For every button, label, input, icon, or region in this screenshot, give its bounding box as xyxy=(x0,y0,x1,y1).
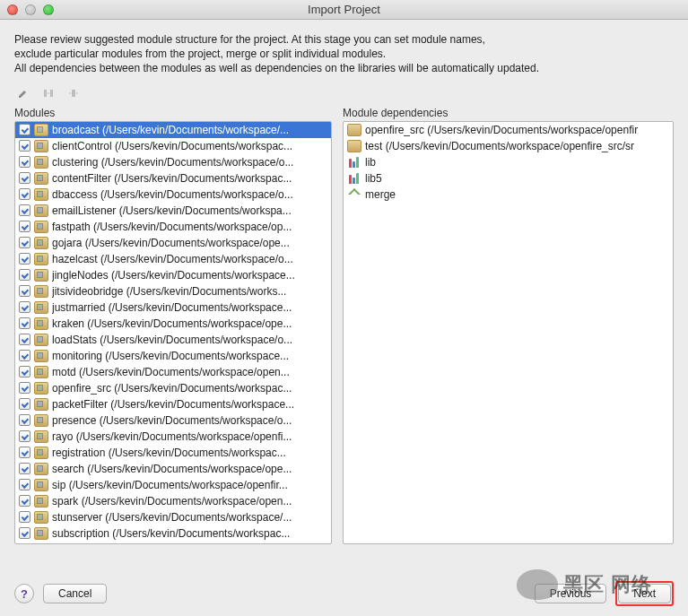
module-checkbox[interactable] xyxy=(19,156,30,168)
module-row[interactable]: stunserver (/Users/kevin/Documents/works… xyxy=(15,509,331,525)
toolbar xyxy=(0,85,688,107)
next-button[interactable]: Next xyxy=(618,584,671,603)
merge-icon[interactable] xyxy=(65,85,83,101)
module-checkbox[interactable] xyxy=(19,366,30,377)
svg-rect-1 xyxy=(50,90,53,97)
module-checkbox[interactable] xyxy=(19,140,30,152)
module-checkbox[interactable] xyxy=(19,527,30,539)
button-bar: ? Cancel Previous Next xyxy=(0,571,688,616)
module-checkbox[interactable] xyxy=(19,382,30,394)
cancel-button[interactable]: Cancel xyxy=(43,584,107,603)
module-checkbox[interactable] xyxy=(19,188,30,200)
module-checkbox[interactable] xyxy=(19,447,30,458)
module-label: openfire_src (/Users/kevin/Documents/wor… xyxy=(52,382,292,395)
module-row[interactable]: hazelcast (/Users/kevin/Documents/worksp… xyxy=(15,251,331,267)
edit-icon[interactable] xyxy=(14,85,32,101)
module-row[interactable]: packetFilter (/Users/kevin/Documents/wor… xyxy=(15,396,331,412)
dependency-label: openfire_src (/Users/kevin/Documents/wor… xyxy=(365,124,638,136)
module-label: kraken (/Users/kevin/Documents/workspace… xyxy=(52,317,292,330)
titlebar: Import Project xyxy=(0,0,688,20)
module-checkbox[interactable] xyxy=(19,285,30,297)
module-row[interactable]: clustering (/Users/kevin/Documents/works… xyxy=(15,154,331,170)
zoom-window-button[interactable] xyxy=(43,4,54,15)
folder-icon xyxy=(34,382,48,395)
module-label: spark (/Users/kevin/Documents/workspace/… xyxy=(52,495,292,508)
module-checkbox[interactable] xyxy=(19,253,30,265)
module-checkbox[interactable] xyxy=(19,511,30,523)
module-row[interactable]: dbaccess (/Users/kevin/Documents/workspa… xyxy=(15,187,331,203)
folder-icon xyxy=(34,285,48,298)
svg-rect-2 xyxy=(72,90,75,97)
module-row[interactable]: justmarried (/Users/kevin/Documents/work… xyxy=(15,299,331,316)
module-row[interactable]: spark (/Users/kevin/Documents/workspace/… xyxy=(15,493,331,509)
folder-icon xyxy=(347,140,361,152)
module-row[interactable]: fastpath (/Users/kevin/Documents/workspa… xyxy=(15,219,331,235)
dependency-row[interactable]: openfire_src (/Users/kevin/Documents/wor… xyxy=(344,122,673,138)
module-row[interactable]: search (/Users/kevin/Documents/workspace… xyxy=(15,461,331,477)
module-row[interactable]: loadStats (/Users/kevin/Documents/worksp… xyxy=(15,332,331,348)
module-checkbox[interactable] xyxy=(19,398,30,410)
module-checkbox[interactable] xyxy=(19,221,30,232)
next-button-highlight: Next xyxy=(615,581,674,606)
dependency-label: test (/Users/kevin/Documents/workspace/o… xyxy=(365,140,634,152)
module-checkbox[interactable] xyxy=(19,124,30,135)
module-row[interactable]: rayo (/Users/kevin/Documents/workspace/o… xyxy=(15,429,331,445)
module-checkbox[interactable] xyxy=(19,495,30,507)
module-label: rayo (/Users/kevin/Documents/workspace/o… xyxy=(52,430,292,443)
module-row[interactable]: motd (/Users/kevin/Documents/workspace/o… xyxy=(15,364,331,380)
module-checkbox[interactable] xyxy=(19,301,30,313)
modules-list[interactable]: broadcast (/Users/kevin/Documents/worksp… xyxy=(14,121,332,544)
module-row[interactable]: jingleNodes (/Users/kevin/Documents/work… xyxy=(15,267,331,283)
folder-icon xyxy=(34,156,48,169)
module-label: stunserver (/Users/kevin/Documents/works… xyxy=(52,511,292,524)
dependency-row[interactable]: test (/Users/kevin/Documents/workspace/o… xyxy=(344,138,673,154)
previous-button[interactable]: Previous xyxy=(535,584,607,603)
folder-icon xyxy=(34,188,48,201)
library-icon xyxy=(347,156,361,169)
column-headers: Modules Module dependencies xyxy=(0,107,688,121)
module-row[interactable]: contentFilter (/Users/kevin/Documents/wo… xyxy=(15,170,331,187)
module-row[interactable]: sip (/Users/kevin/Documents/workspace/op… xyxy=(15,477,331,493)
module-checkbox[interactable] xyxy=(19,334,30,345)
minimize-window-button[interactable] xyxy=(25,4,36,15)
module-row[interactable]: jitsivideobridge (/Users/kevin/Documents… xyxy=(15,283,331,299)
folder-icon xyxy=(34,237,48,249)
module-row[interactable]: openfire_src (/Users/kevin/Documents/wor… xyxy=(15,380,331,396)
module-checkbox[interactable] xyxy=(19,237,30,248)
module-label: justmarried (/Users/kevin/Documents/work… xyxy=(52,301,292,314)
module-checkbox[interactable] xyxy=(19,269,30,281)
merge-dep-icon xyxy=(347,188,361,201)
folder-icon xyxy=(34,463,48,475)
split-icon[interactable] xyxy=(39,85,57,101)
dependency-row[interactable]: lib xyxy=(344,154,673,170)
module-checkbox[interactable] xyxy=(19,479,30,490)
module-row[interactable]: monitoring (/Users/kevin/Documents/works… xyxy=(15,348,331,364)
module-checkbox[interactable] xyxy=(19,414,30,426)
module-row[interactable]: broadcast (/Users/kevin/Documents/worksp… xyxy=(15,122,331,138)
help-button[interactable]: ? xyxy=(14,584,34,603)
module-row[interactable]: emailListener (/Users/kevin/Documents/wo… xyxy=(15,203,331,219)
module-label: hazelcast (/Users/kevin/Documents/worksp… xyxy=(52,253,293,265)
folder-icon xyxy=(34,204,48,217)
folder-icon xyxy=(34,430,48,443)
dependency-row[interactable]: merge xyxy=(344,187,673,203)
window-title: Import Project xyxy=(0,3,688,16)
module-checkbox[interactable] xyxy=(19,463,30,474)
module-row[interactable]: gojara (/Users/kevin/Documents/workspace… xyxy=(15,235,331,251)
module-checkbox[interactable] xyxy=(19,350,30,361)
close-window-button[interactable] xyxy=(7,4,18,15)
dependency-row[interactable]: lib5 xyxy=(344,170,673,187)
module-row[interactable]: subscription (/Users/kevin/Documents/wor… xyxy=(15,525,331,542)
folder-icon xyxy=(34,511,48,524)
module-label: jitsivideobridge (/Users/kevin/Documents… xyxy=(52,285,286,298)
module-checkbox[interactable] xyxy=(19,317,30,329)
module-checkbox[interactable] xyxy=(19,172,30,184)
dependencies-list[interactable]: openfire_src (/Users/kevin/Documents/wor… xyxy=(343,121,674,544)
module-checkbox[interactable] xyxy=(19,204,30,216)
module-row[interactable]: clientControl (/Users/kevin/Documents/wo… xyxy=(15,138,331,154)
module-row[interactable]: presence (/Users/kevin/Documents/workspa… xyxy=(15,412,331,429)
module-row[interactable]: registration (/Users/kevin/Documents/wor… xyxy=(15,445,331,461)
module-checkbox[interactable] xyxy=(19,430,30,442)
folder-icon xyxy=(34,527,48,540)
module-row[interactable]: kraken (/Users/kevin/Documents/workspace… xyxy=(15,316,331,332)
